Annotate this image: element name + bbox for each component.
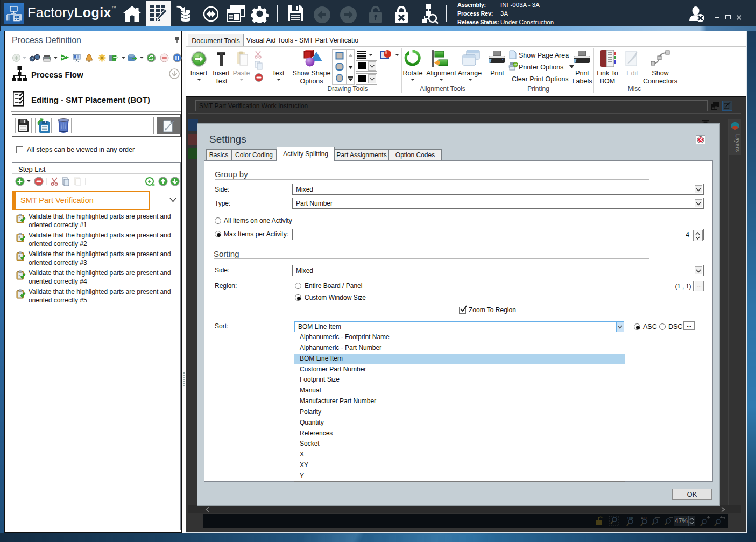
svg-text:?: ? — [514, 63, 517, 67]
